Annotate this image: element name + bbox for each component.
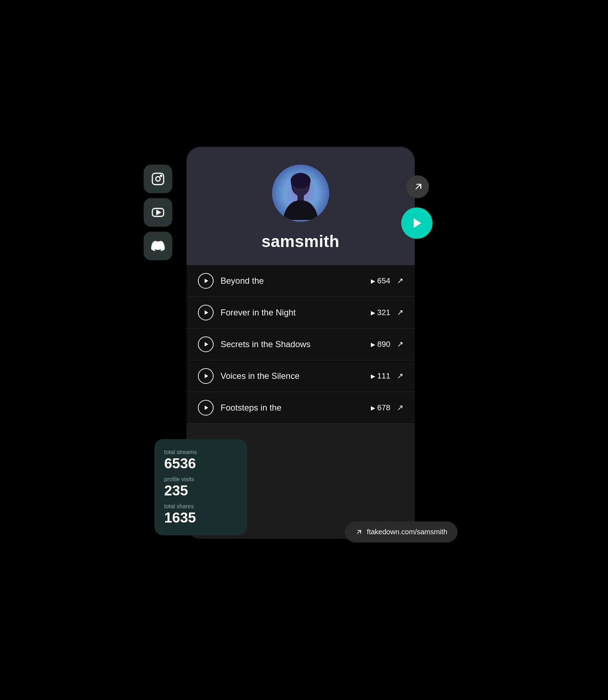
track-plays-arrow-4: ▶ bbox=[371, 373, 375, 380]
tracks-list: Beyond the ▶ 654 ↗ Forever in the Night bbox=[187, 265, 415, 424]
total-shares-value: 1635 bbox=[164, 510, 237, 525]
track-meta-2: ▶ 321 ↗ bbox=[371, 308, 403, 317]
track-meta-1: ▶ 654 ↗ bbox=[371, 276, 403, 285]
stats-card: total streams 6536 profile visits 235 to… bbox=[154, 439, 247, 535]
track-plays-5: ▶ 678 bbox=[371, 403, 390, 412]
track-item-5: Footsteps in the ▶ 678 ↗ bbox=[187, 392, 415, 424]
track-plays-3: ▶ 890 bbox=[371, 340, 390, 349]
svg-marker-10 bbox=[205, 310, 208, 315]
url-text: ftakedown.com/samsmith bbox=[367, 528, 448, 536]
social-sidebar bbox=[144, 165, 172, 260]
share-icon-url bbox=[355, 529, 362, 536]
track-item-2: Forever in the Night ▶ 321 ↗ bbox=[187, 297, 415, 329]
track-play-button-1[interactable] bbox=[198, 273, 214, 289]
instagram-icon bbox=[151, 172, 165, 186]
track-title-5: Footsteps in the bbox=[221, 403, 364, 413]
profile-name: samsmith bbox=[261, 232, 339, 251]
track-share-1[interactable]: ↗ bbox=[397, 276, 403, 285]
svg-marker-4 bbox=[157, 210, 160, 214]
track-plays-1: ▶ 654 bbox=[371, 276, 390, 285]
svg-marker-11 bbox=[205, 342, 208, 346]
track-item: Beyond the ▶ 654 ↗ bbox=[187, 265, 415, 297]
track-meta-3: ▶ 890 ↗ bbox=[371, 340, 403, 349]
svg-marker-14 bbox=[414, 218, 421, 228]
track-title-2: Forever in the Night bbox=[221, 308, 364, 318]
track-share-3[interactable]: ↗ bbox=[397, 340, 403, 349]
track-play-button-4[interactable] bbox=[198, 368, 214, 384]
track-play-button-5[interactable] bbox=[198, 400, 214, 416]
svg-marker-9 bbox=[205, 279, 208, 283]
discord-icon bbox=[151, 239, 165, 253]
total-streams-value: 6536 bbox=[164, 455, 237, 471]
track-title-1: Beyond the bbox=[221, 276, 364, 286]
track-plays-arrow-1: ▶ bbox=[371, 278, 375, 284]
track-plays-2: ▶ 321 bbox=[371, 308, 390, 317]
track-plays-arrow-3: ▶ bbox=[371, 341, 375, 348]
svg-marker-12 bbox=[205, 374, 208, 378]
svg-marker-13 bbox=[205, 406, 208, 410]
track-meta-5: ▶ 678 ↗ bbox=[371, 403, 403, 412]
profile-header: samsmith bbox=[187, 147, 415, 265]
share-icon-top bbox=[413, 182, 423, 192]
track-title-4: Voices in the Silence bbox=[221, 371, 364, 381]
track-meta-4: ▶ 111 ↗ bbox=[371, 371, 403, 381]
play-icon-teal bbox=[410, 217, 423, 230]
track-share-4[interactable]: ↗ bbox=[397, 371, 403, 381]
track-title-3: Secrets in the Shadows bbox=[221, 339, 364, 349]
track-play-button-3[interactable] bbox=[198, 336, 214, 352]
svg-point-1 bbox=[155, 177, 160, 181]
track-item-3: Secrets in the Shadows ▶ 890 ↗ bbox=[187, 329, 415, 360]
youtube-icon bbox=[151, 206, 165, 219]
svg-point-2 bbox=[160, 175, 162, 176]
share-button-top[interactable] bbox=[406, 175, 429, 198]
track-share-2[interactable]: ↗ bbox=[397, 308, 403, 317]
total-streams-label: total streams bbox=[164, 449, 237, 455]
track-plays-arrow-5: ▶ bbox=[371, 405, 375, 411]
profile-visits-label: profile visits bbox=[164, 476, 237, 483]
track-plays-4: ▶ 111 bbox=[371, 371, 390, 381]
discord-button[interactable] bbox=[144, 232, 172, 260]
play-button-teal[interactable] bbox=[401, 207, 433, 239]
track-share-5[interactable]: ↗ bbox=[397, 403, 403, 412]
url-pill[interactable]: ftakedown.com/samsmith bbox=[345, 521, 458, 542]
track-play-button-2[interactable] bbox=[198, 305, 214, 320]
track-plays-arrow-2: ▶ bbox=[371, 309, 375, 316]
youtube-button[interactable] bbox=[144, 198, 172, 227]
instagram-button[interactable] bbox=[144, 165, 172, 193]
avatar bbox=[272, 165, 329, 222]
total-shares-label: total shares bbox=[164, 503, 237, 510]
profile-visits-value: 235 bbox=[164, 483, 237, 498]
track-item-4: Voices in the Silence ▶ 111 ↗ bbox=[187, 360, 415, 392]
